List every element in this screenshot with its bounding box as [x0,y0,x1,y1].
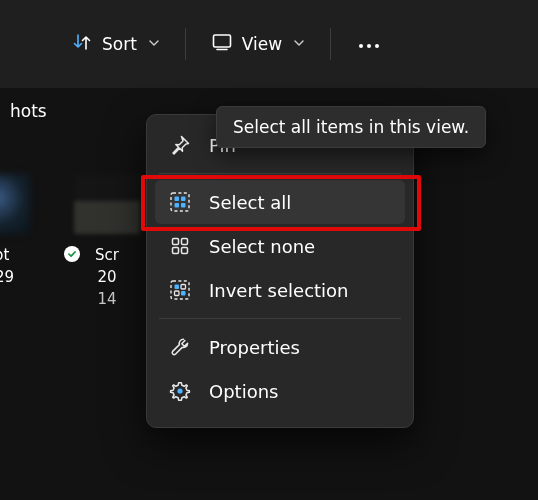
gear-icon [169,380,191,402]
file-line: 14 [74,288,140,310]
svg-rect-9 [175,203,180,208]
file-thumb[interactable]: hot 3-29 [0,174,30,310]
image-thumbnail [74,174,140,234]
select-all-icon [169,191,191,213]
svg-point-20 [177,388,182,393]
toolbar-separator [330,28,331,60]
menu-item-properties[interactable]: Properties [155,325,405,369]
tooltip: Select all items in this view. [216,106,486,148]
wrench-icon [169,336,191,358]
menu-divider [159,318,401,319]
file-name: Scr [74,244,140,266]
file-date: 3-29 [0,266,30,288]
select-none-icon [169,235,191,257]
file-line: 20 [74,266,140,288]
svg-rect-15 [171,281,189,299]
svg-rect-8 [181,197,186,202]
invert-selection-icon [169,279,191,301]
toolbar: Sort View [0,0,538,88]
menu-item-options[interactable]: Options [155,369,405,413]
breadcrumb-text: hots [10,101,47,121]
view-button[interactable]: View [198,23,318,65]
menu-label: Options [209,381,278,402]
image-thumbnail [0,174,30,234]
sort-button[interactable]: Sort [58,22,173,66]
svg-rect-12 [182,239,188,245]
file-name: hot [0,244,30,266]
menu-label: Properties [209,337,300,358]
sort-label: Sort [102,34,137,54]
svg-rect-6 [171,193,189,211]
menu-divider [159,173,401,174]
svg-rect-19 [181,291,186,296]
menu-label: Invert selection [209,280,349,301]
sort-icon [72,32,92,56]
svg-rect-17 [181,285,186,290]
sync-check-icon [64,246,80,262]
menu-label: Select none [209,236,315,257]
svg-rect-11 [173,239,179,245]
view-label: View [242,34,282,54]
svg-rect-18 [175,291,180,296]
more-button[interactable] [343,24,395,64]
svg-rect-0 [213,35,230,47]
menu-item-invert-selection[interactable]: Invert selection [155,268,405,312]
pin-icon [169,134,191,156]
svg-rect-7 [175,197,180,202]
svg-point-2 [359,44,363,48]
svg-rect-16 [175,285,180,290]
svg-point-3 [367,44,371,48]
context-menu: Pin Select all Select none [146,114,414,428]
chevron-down-icon [149,37,159,51]
view-icon [212,33,232,55]
menu-label: Select all [209,192,291,213]
svg-point-4 [375,44,379,48]
menu-item-select-all[interactable]: Select all [155,180,405,224]
toolbar-separator [185,28,186,60]
menu-item-select-none[interactable]: Select none [155,224,405,268]
chevron-down-icon [294,37,304,51]
file-thumb[interactable]: Scr 20 14 [74,174,140,310]
svg-rect-14 [182,248,188,254]
ellipsis-icon [357,34,381,54]
svg-rect-13 [173,248,179,254]
svg-rect-10 [181,203,186,208]
tooltip-text: Select all items in this view. [233,117,469,137]
